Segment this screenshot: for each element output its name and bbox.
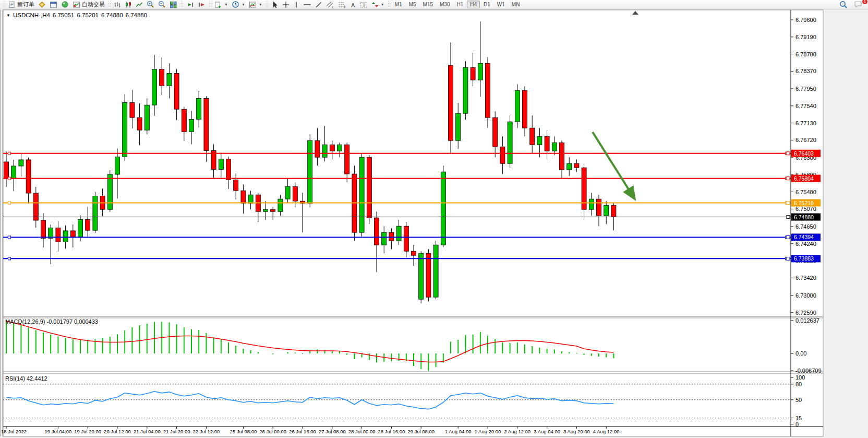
search-button[interactable] [838, 1, 849, 9]
svg-text:T: T [363, 2, 366, 7]
tf-button-MN[interactable]: MN [509, 1, 523, 8]
candle-body [426, 253, 431, 297]
fibonacci-tool-button[interactable]: F [336, 1, 348, 9]
candle-body [589, 199, 594, 209]
quote-close: 6.74880 [126, 12, 148, 18]
ohlc-bars-icon [114, 1, 121, 8]
line-handle[interactable] [8, 177, 11, 180]
candle-body [574, 163, 579, 168]
price-tick-label: 6.78370 [795, 68, 816, 74]
vertical-line-icon [293, 1, 299, 8]
toolbar-grip[interactable] [180, 1, 183, 8]
navigator-button[interactable] [59, 1, 70, 9]
price-tick-label: 6.78780 [795, 51, 816, 57]
auto-scroll-button[interactable] [185, 1, 196, 9]
toolbar-grip[interactable] [3, 1, 5, 8]
ohlc-bars-button[interactable] [112, 1, 123, 9]
candle-body [515, 90, 520, 122]
tf-button-M15[interactable]: M15 [420, 1, 436, 8]
macd-tick-label: -0.006709 [795, 368, 822, 374]
cursor-tool-button[interactable] [270, 1, 280, 9]
vertical-line-tool-button[interactable] [292, 1, 301, 9]
candle-body [123, 102, 127, 157]
line-handle[interactable] [8, 236, 11, 239]
price-badge-text: 6.74394 [794, 234, 814, 240]
tf-button-D1[interactable]: D1 [480, 1, 493, 8]
shapes-tool-button[interactable]: ▼ [370, 1, 386, 9]
tf-button-M1[interactable]: M1 [392, 1, 405, 8]
candle-body [263, 209, 268, 211]
candle-body [604, 205, 609, 216]
chart-canvas[interactable]: 6.796006.791906.787806.783706.779506.775… [0, 0, 868, 438]
line-handle[interactable] [8, 257, 11, 260]
candle-body [4, 162, 9, 179]
candle-body [41, 220, 46, 238]
chart-window[interactable] [3, 10, 823, 436]
candle-body [189, 119, 194, 132]
line-handle[interactable] [8, 152, 11, 155]
svg-text:E: E [332, 5, 334, 8]
svg-text:F: F [344, 5, 346, 8]
periods-button[interactable]: ▼ [230, 1, 247, 9]
line-chart-icon [136, 1, 143, 8]
candle-body [478, 63, 483, 80]
price-badge-text: 6.76403 [794, 150, 814, 157]
candle-body [63, 231, 68, 242]
line-handle[interactable] [8, 202, 11, 204]
chevron-down-icon: ▼ [381, 3, 384, 6]
crosshair-tool-button[interactable] [281, 1, 291, 9]
candle-body [330, 145, 334, 151]
templates-button[interactable]: ▼ [247, 1, 264, 9]
toolbar-grip[interactable] [266, 1, 268, 8]
market-watch-button[interactable] [37, 1, 47, 9]
timeframe-switcher: M1M5M15M30H1H4D1W1MN [392, 1, 523, 8]
candle-body [78, 219, 83, 237]
tf-button-H1[interactable]: H1 [453, 1, 466, 8]
horizontal-line-tool-button[interactable] [302, 1, 313, 9]
line-axis-handle [787, 235, 790, 239]
add-indicator-button[interactable]: ▼ [213, 1, 230, 9]
candle-body [241, 191, 246, 203]
tf-button-M30[interactable]: M30 [437, 1, 453, 8]
price-tick-label: 6.74240 [795, 241, 816, 247]
time-tick-label: 19 Jul 04:00 [45, 429, 72, 434]
chart-shift-button[interactable] [196, 1, 207, 9]
trendline-tool-button[interactable] [314, 1, 324, 9]
channel-tool-button[interactable]: E [324, 1, 336, 9]
candle-body [33, 193, 38, 220]
toolbar-grip[interactable] [388, 1, 390, 8]
zoom-out-button[interactable] [156, 1, 167, 9]
notifications-button[interactable]: 1 [852, 1, 864, 9]
candle-body [278, 199, 283, 211]
time-tick-label: 1 Aug 04:00 [445, 429, 472, 434]
quote-dropdown-toggle[interactable]: ▼ [6, 13, 10, 18]
candle-body [107, 174, 112, 209]
tf-button-M5[interactable]: M5 [406, 1, 419, 8]
main-toolbar: 新订单 自动交易 [0, 0, 868, 9]
rsi-value: 42.4412 [27, 375, 47, 382]
channel-icon: E [326, 1, 334, 8]
text-label-tool-button[interactable]: T [358, 1, 369, 9]
candle-body [552, 143, 557, 151]
tf-button-H4[interactable]: H4 [467, 1, 480, 8]
line-chart-button[interactable] [134, 1, 144, 9]
quote-open: 6.75051 [53, 12, 75, 18]
toolbar-grip[interactable] [108, 1, 111, 8]
zoom-in-button[interactable] [145, 1, 156, 9]
candlestick-button[interactable] [123, 1, 134, 9]
candle-body [567, 163, 572, 170]
auto-trading-button[interactable]: 自动交易 [71, 1, 106, 9]
text-tool-button[interactable]: A [348, 1, 358, 9]
candle-body [70, 231, 75, 237]
tile-windows-button[interactable] [168, 1, 179, 9]
text-icon: A [350, 1, 356, 8]
tf-button-W1[interactable]: W1 [494, 1, 508, 8]
new-order-button[interactable]: 新订单 [7, 1, 36, 9]
line-axis-handle [787, 177, 790, 180]
chevron-down-icon: ▼ [259, 3, 262, 6]
toolbar-grip[interactable] [209, 1, 211, 8]
candle-body [56, 228, 61, 242]
candle-body [537, 136, 542, 145]
time-tick-label: 27 Jul 08:00 [319, 429, 346, 434]
data-window-button[interactable] [48, 1, 59, 9]
